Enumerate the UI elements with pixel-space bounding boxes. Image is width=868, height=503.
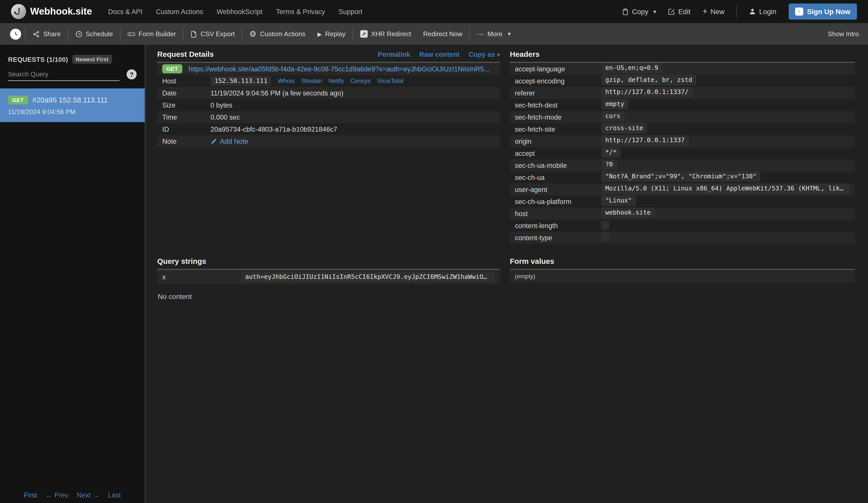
search-input[interactable] bbox=[8, 68, 120, 81]
add-note-label: Add Note bbox=[220, 137, 248, 145]
requests-count-title: REQUESTS (1/100) bbox=[8, 55, 68, 63]
header-name: origin bbox=[515, 137, 601, 145]
raw-content-link[interactable]: Raw content bbox=[419, 51, 459, 58]
headers-title: Headers bbox=[510, 50, 539, 58]
file-icon bbox=[190, 30, 197, 38]
detail-label: Note bbox=[162, 137, 210, 145]
pagination-prev[interactable]: ← Prev bbox=[46, 491, 68, 499]
csv-export-button[interactable]: CSV Export bbox=[185, 30, 241, 38]
header-row: accept-encoding gzip, deflate, br, zstd bbox=[510, 75, 855, 87]
virustotal-link[interactable]: VirusTotal bbox=[377, 78, 404, 84]
query-strings-section: Query strings x auth=eyJhbGciOiJIUzI1NiI… bbox=[157, 252, 500, 300]
brand-name: Webhook.site bbox=[30, 6, 92, 17]
edit-button[interactable]: Edit bbox=[668, 8, 690, 16]
permalink-link[interactable]: Permalink bbox=[378, 51, 410, 58]
nav-docs-api[interactable]: Docs & API bbox=[108, 8, 142, 15]
detail-label: Time bbox=[162, 113, 210, 121]
share-button[interactable]: Share bbox=[27, 30, 66, 38]
query-strings-title: Query strings bbox=[157, 257, 206, 265]
request-url-row: GET https://webhook.site/aa05fd5b-f4da-4… bbox=[157, 63, 500, 75]
whois-link[interactable]: Whois bbox=[278, 78, 295, 84]
new-label: New bbox=[711, 8, 725, 16]
request-url-link[interactable]: https://webhook.site/aa05fd5b-f4da-42ee-… bbox=[189, 65, 495, 73]
pagination-first[interactable]: First bbox=[24, 491, 37, 499]
toolbar-divider bbox=[242, 27, 242, 40]
sort-order-badge[interactable]: Newest First bbox=[72, 55, 112, 64]
clock-outline-icon bbox=[75, 30, 82, 38]
share-icon bbox=[33, 30, 40, 38]
page: Webhook.site Docs & API Custom Actions W… bbox=[0, 0, 868, 503]
webhook-logo-icon bbox=[11, 4, 26, 19]
request-details-title: Request Details bbox=[157, 50, 214, 58]
host-value: 152.58.113.111 bbox=[210, 76, 271, 86]
request-timestamp: 11/19/2024 9:04:56 PM bbox=[8, 108, 137, 115]
netify-link[interactable]: Netify bbox=[329, 78, 344, 84]
nav-custom-actions[interactable]: Custom Actions bbox=[156, 8, 203, 15]
header-name: sec-fetch-dest bbox=[515, 101, 601, 109]
censys-link[interactable]: Censys bbox=[351, 78, 371, 84]
detail-row-note: Note Add Note bbox=[157, 135, 500, 147]
xhr-redirect-button[interactable]: XHR Redirect bbox=[354, 30, 417, 38]
header-name: accept-language bbox=[515, 65, 601, 73]
header-name: sec-ch-ua-platform bbox=[515, 198, 601, 205]
add-note-link[interactable]: Add Note bbox=[210, 137, 248, 145]
form-values-empty-row: (empty) bbox=[510, 270, 855, 283]
request-list-item-selected[interactable]: GET #20a95 152.58.113.111 11/19/2024 9:0… bbox=[0, 89, 145, 122]
header-row: accept-language en-US,en;q=0.9 bbox=[510, 63, 855, 75]
pagination-next[interactable]: Next → bbox=[77, 491, 100, 499]
pagination-last[interactable]: Last bbox=[108, 491, 121, 499]
brand[interactable]: Webhook.site bbox=[11, 4, 92, 19]
nav-right: Copy Edit New bbox=[622, 3, 857, 20]
main-panel: Request Details Permalink Raw content Co… bbox=[146, 45, 868, 503]
shodan-link[interactable]: Shodan bbox=[301, 78, 322, 84]
show-intro-link[interactable]: Show Intro bbox=[828, 30, 861, 38]
input-cursor-icon bbox=[127, 30, 135, 38]
header-value bbox=[601, 233, 609, 242]
header-value bbox=[601, 220, 609, 229]
header-name: host bbox=[515, 210, 601, 217]
copy-dropdown[interactable]: Copy bbox=[622, 8, 656, 16]
header-name: content-type bbox=[515, 234, 601, 242]
play-icon bbox=[318, 30, 322, 38]
header-name: accept bbox=[515, 150, 601, 157]
empty-label: (empty) bbox=[515, 273, 535, 280]
replay-button[interactable]: Replay bbox=[311, 30, 352, 38]
headers-section: Headers accept-language en-US,en;q=0.9 a… bbox=[510, 45, 855, 252]
header-row: content-length bbox=[510, 219, 855, 232]
sign-up-button[interactable]: Sign Up Now bbox=[788, 3, 857, 20]
sidebar-header: REQUESTS (1/100) Newest First bbox=[0, 45, 145, 81]
redirect-now-button[interactable]: Redirect Now bbox=[417, 30, 468, 38]
nav-links: Docs & API Custom Actions WebhookScript … bbox=[108, 8, 362, 15]
ellipsis-icon bbox=[477, 30, 484, 38]
content-area: REQUESTS (1/100) Newest First GET #20a95… bbox=[0, 45, 868, 503]
copy-as-dropdown[interactable]: Copy as bbox=[469, 51, 500, 58]
new-button[interactable]: New bbox=[702, 7, 725, 17]
replay-label: Replay bbox=[325, 30, 345, 38]
header-row: referer http://127.0.0.1:1337/ bbox=[510, 87, 855, 99]
header-name: user-agent bbox=[515, 186, 601, 193]
header-value: http://127.0.0.1:1337 bbox=[601, 135, 689, 146]
pagination: First ← Prev Next → Last bbox=[0, 491, 145, 499]
header-row: accept */* bbox=[510, 147, 855, 159]
help-icon[interactable] bbox=[127, 69, 137, 79]
query-value: auth=eyJhbGciOiJIUzI1NiIsInR5cCI6IkpXVCJ… bbox=[241, 272, 495, 283]
schedule-button[interactable]: Schedule bbox=[69, 30, 119, 38]
nav-terms-privacy[interactable]: Terms & Privacy bbox=[276, 8, 325, 15]
toolbar-divider bbox=[25, 27, 25, 40]
form-builder-label: Form Builder bbox=[138, 30, 176, 38]
redirect-now-label: Redirect Now bbox=[423, 30, 462, 38]
pencil-square-icon bbox=[668, 8, 675, 15]
header-value: cross-site bbox=[601, 123, 647, 134]
custom-actions-label: Custom Actions bbox=[260, 30, 306, 38]
login-button[interactable]: Login bbox=[749, 8, 777, 16]
custom-actions-button[interactable]: Custom Actions bbox=[244, 30, 311, 38]
clock-button[interactable] bbox=[10, 28, 21, 39]
external-link-icon bbox=[360, 30, 368, 38]
nav-support[interactable]: Support bbox=[339, 8, 362, 15]
nav-webhookscript[interactable]: WebhookScript bbox=[217, 8, 263, 15]
person-icon bbox=[749, 8, 756, 15]
size-value: 0 bytes bbox=[210, 101, 495, 109]
header-value: gzip, deflate, br, zstd bbox=[601, 75, 696, 85]
more-dropdown[interactable]: More bbox=[471, 30, 517, 38]
form-builder-button[interactable]: Form Builder bbox=[122, 30, 182, 38]
